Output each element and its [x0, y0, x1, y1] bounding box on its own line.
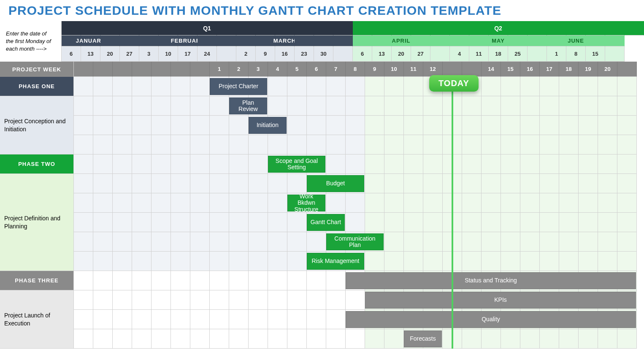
group-label: Project Conception and Initiation — [0, 96, 74, 154]
gantt-row — [0, 135, 644, 154]
project-week-header: PROJECT WEEK — [0, 62, 74, 77]
page-title: PROJECT SCHEDULE WITH MONTHLY GANTT CHAR… — [0, 0, 644, 21]
phase-label: PHASE ONE — [0, 77, 74, 96]
gantt-bar[interactable]: KPIs — [365, 292, 636, 309]
gantt-bar[interactable]: Budget — [307, 175, 364, 192]
gantt-bar[interactable]: Communication Plan — [326, 233, 384, 250]
gantt-row — [0, 96, 644, 116]
quarter-row: Q1Q2 — [62, 21, 644, 35]
group-label: Project Definition and Planning — [0, 174, 74, 271]
gantt-body: TODAY Project CharterPHASE ONEProject Co… — [0, 77, 644, 349]
phase-label: PHASE THREE — [0, 271, 74, 290]
today-marker — [452, 77, 453, 349]
gantt-bar[interactable]: Status and Tracking — [346, 272, 636, 289]
gantt-row — [0, 329, 644, 349]
phase-label: PHASE TWO — [0, 154, 74, 174]
instruction-label: Enter the date of the first Monday of ea… — [0, 21, 62, 62]
group-label: Project Launch of Execution — [0, 290, 74, 349]
gantt-row: PHASE ONE — [0, 77, 644, 96]
gantt-bar[interactable]: Plan Review — [229, 98, 267, 114]
gantt-bar[interactable]: Work Bkdwn Structure — [287, 195, 325, 211]
gantt-bar[interactable]: Scope and Goal Setting — [268, 156, 325, 173]
gantt-bar[interactable]: Risk Management — [307, 253, 364, 270]
today-pill: TODAY — [429, 75, 479, 92]
gantt-bar[interactable]: Project Charter — [210, 78, 267, 95]
gantt-bar[interactable]: Quality — [346, 311, 636, 328]
gantt-chart: Enter the date of the first Monday of ea… — [0, 21, 644, 349]
date-row: 6132027310172429162330613202741118251815 — [62, 46, 644, 62]
gantt-row — [0, 116, 644, 135]
week-row: 12345678910111214151617181920 — [74, 62, 637, 77]
gantt-bar[interactable]: Gantt Chart — [307, 214, 345, 231]
month-row: JANUARYFEBRUARYMARCHAPRILMAYJUNE — [62, 35, 644, 46]
gantt-row — [0, 232, 644, 252]
gantt-bar[interactable]: Initiation — [249, 117, 287, 134]
gantt-bar[interactable]: Forecasts — [404, 330, 442, 347]
